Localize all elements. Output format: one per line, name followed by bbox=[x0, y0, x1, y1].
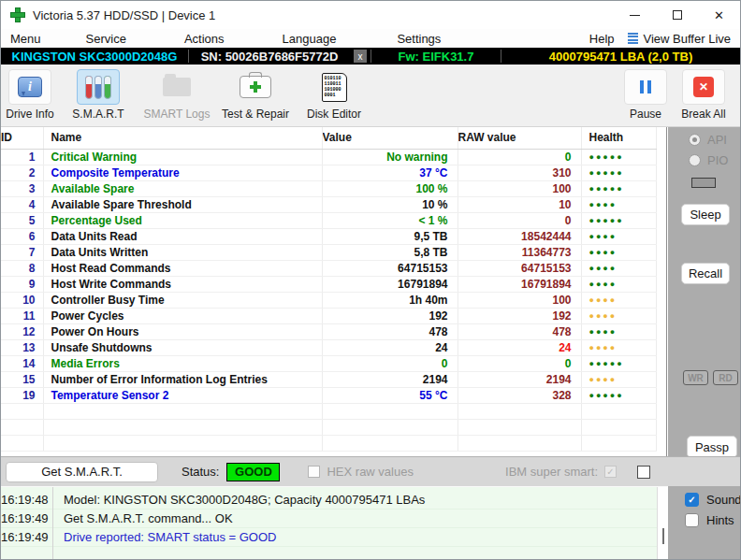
break-all-button[interactable]: ✕ Break All bbox=[675, 69, 733, 121]
recall-button[interactable]: Recall bbox=[681, 263, 730, 284]
bottom-area: 16:19:48Model: KINGSTON SKC3000D2048G; C… bbox=[1, 486, 740, 560]
log-rows: 16:19:48Model: KINGSTON SKC3000D2048G; C… bbox=[1, 487, 667, 547]
header-name[interactable]: Name bbox=[43, 127, 322, 149]
device-capacity: 4000795471 LBA (2,0 TB) bbox=[501, 50, 740, 64]
table-row[interactable]: 7Data Units Written5,8 TB11364773●●●● bbox=[1, 244, 656, 260]
serial-close-button[interactable]: x bbox=[354, 50, 367, 63]
log-divider bbox=[52, 487, 53, 560]
menu-item-actions[interactable]: Actions bbox=[175, 32, 234, 46]
table-row[interactable]: 19Temperature Sensor 255 °C328●●●●● bbox=[1, 387, 656, 403]
smart-table-panel: ID Name Value RAW value Health 1Critical… bbox=[1, 127, 667, 456]
api-radio-icon bbox=[689, 134, 701, 146]
log-scrollbar[interactable] bbox=[657, 487, 667, 560]
table-row[interactable]: 14Media Errors00●●●●● bbox=[1, 355, 656, 371]
rd-button: RD bbox=[713, 370, 738, 385]
hex-raw-label: HEX raw values bbox=[327, 465, 413, 479]
passp-button[interactable]: Passp bbox=[687, 436, 737, 458]
test-repair-button[interactable]: Test & Repair bbox=[216, 69, 295, 121]
menu-item-help[interactable]: Help bbox=[580, 32, 624, 46]
pio-radio-label: PIO bbox=[707, 153, 728, 167]
smart-label: S.M.A.R.T bbox=[72, 108, 124, 121]
log-timestamp: 16:19:49 bbox=[1, 530, 52, 544]
main-area: ID Name Value RAW value Health 1Critical… bbox=[1, 127, 740, 456]
log-message: Get S.M.A.R.T. command... OK bbox=[52, 511, 233, 525]
window-controls: ✕ bbox=[614, 1, 740, 29]
device-info-bar: KINGSTON SKC3000D2048G SN: 50026B7686F57… bbox=[1, 48, 740, 65]
api-radio-label: API bbox=[707, 133, 727, 147]
table-row[interactable]: 10Controller Busy Time1h 40m100●●●● bbox=[1, 292, 656, 308]
log-entry: 16:19:48Model: KINGSTON SKC3000D2048G; C… bbox=[1, 491, 667, 510]
log-timestamp: 16:19:48 bbox=[1, 493, 52, 507]
minimize-icon bbox=[630, 15, 640, 16]
smart-logs-label: SMART Logs bbox=[144, 108, 211, 121]
hints-label: Hints bbox=[706, 513, 734, 527]
view-buffer-live-button[interactable]: View Buffer Live bbox=[624, 31, 734, 46]
log-entry: 16:19:49Drive reported: SMART status = G… bbox=[1, 528, 667, 547]
table-row[interactable]: 15Number of Error Information Log Entrie… bbox=[1, 371, 656, 387]
menu-item-menu[interactable]: Menu bbox=[1, 32, 51, 46]
menu-item-settings[interactable]: Settings bbox=[387, 32, 450, 46]
smart-table-body: 1Critical WarningNo warning0●●●●●2Compos… bbox=[1, 149, 656, 451]
table-row[interactable]: 11Power Cycles192192●●●● bbox=[1, 308, 656, 323]
ibm-super-smart-label: IBM super smart: bbox=[505, 465, 598, 479]
pause-icon bbox=[640, 80, 651, 93]
api-radio: API bbox=[689, 133, 727, 147]
sound-label: Sound bbox=[706, 493, 741, 507]
header-health[interactable]: Health bbox=[581, 127, 656, 149]
view-buffer-live-label: View Buffer Live bbox=[644, 32, 731, 46]
device-model[interactable]: KINGSTON SKC3000D2048G bbox=[1, 50, 188, 64]
break-all-label: Break All bbox=[681, 108, 725, 121]
first-aid-icon bbox=[240, 76, 271, 98]
table-row[interactable]: 8Host Read Commands6471515364715153●●●● bbox=[1, 260, 656, 276]
buffer-list-icon bbox=[628, 31, 638, 46]
hex-raw-checkbox[interactable] bbox=[308, 466, 320, 478]
header-value[interactable]: Value bbox=[322, 127, 458, 149]
table-header-row: ID Name Value RAW value Health bbox=[1, 127, 656, 149]
table-row[interactable]: 5Percentage Used< 1 %0●●●●● bbox=[1, 212, 656, 228]
pause-button[interactable]: Pause bbox=[617, 69, 675, 121]
sound-option: ✓ Sound bbox=[685, 493, 741, 507]
table-row[interactable]: 2Composite Temperature37 °C310●●●●● bbox=[1, 165, 656, 180]
log-timestamp: 16:19:49 bbox=[1, 511, 52, 525]
table-row-empty[interactable] bbox=[1, 403, 656, 419]
minimize-button[interactable] bbox=[614, 1, 656, 29]
pio-radio-icon bbox=[689, 154, 701, 166]
window-title: Victoria 5.37 HDD/SSD | Device 1 bbox=[33, 8, 215, 22]
header-id[interactable]: ID bbox=[1, 127, 43, 149]
maximize-button[interactable] bbox=[656, 1, 698, 29]
smart-table: ID Name Value RAW value Health 1Critical… bbox=[1, 127, 657, 452]
drive-info-button[interactable]: i Drive Info bbox=[1, 69, 59, 121]
table-row[interactable]: 6Data Units Read9,5 TB18542444●●●● bbox=[1, 228, 656, 244]
log-entry: 16:19:49Get S.M.A.R.T. command... OK bbox=[1, 510, 667, 528]
menu-item-service[interactable]: Service bbox=[77, 32, 136, 46]
table-row-empty[interactable] bbox=[1, 419, 656, 435]
smart-logs-button: SMART Logs bbox=[138, 69, 216, 121]
hints-checkbox[interactable] bbox=[685, 513, 699, 527]
menu-bar: Menu Service Actions Language Settings H… bbox=[1, 29, 740, 48]
get-smart-button[interactable]: Get S.M.A.R.T. bbox=[6, 462, 158, 482]
log-scrollbar-thumb[interactable] bbox=[662, 528, 664, 544]
sound-checkbox[interactable]: ✓ bbox=[685, 493, 699, 507]
test-repair-label: Test & Repair bbox=[222, 108, 289, 121]
control-bar: Get S.M.A.R.T. Status: GOOD HEX raw valu… bbox=[1, 456, 740, 486]
table-row[interactable]: 3Available Spare100 %100●●●●● bbox=[1, 180, 656, 196]
table-row[interactable]: 4Available Spare Threshold10 %10●●●● bbox=[1, 196, 656, 212]
hints-option: Hints bbox=[685, 513, 734, 527]
table-row[interactable]: 9Host Write Commands1679189416791894●●●● bbox=[1, 276, 656, 292]
pio-radio: PIO bbox=[689, 153, 728, 167]
menu-item-language[interactable]: Language bbox=[273, 32, 346, 46]
extra-checkbox[interactable] bbox=[637, 466, 650, 479]
table-row-empty[interactable] bbox=[1, 435, 656, 451]
sleep-button[interactable]: Sleep bbox=[681, 204, 730, 225]
table-row[interactable]: 12Power On Hours478478●●●● bbox=[1, 323, 656, 339]
smart-button[interactable]: S.M.A.R.T bbox=[59, 69, 138, 121]
binary-page-icon: 010110 110011 101000 0001 bbox=[322, 73, 347, 102]
color-swatch bbox=[691, 178, 716, 188]
header-raw[interactable]: RAW value bbox=[458, 127, 581, 149]
status-label: Status: bbox=[182, 465, 219, 479]
close-button[interactable]: ✕ bbox=[698, 1, 740, 29]
disk-editor-button[interactable]: 010110 110011 101000 0001 Disk Editor bbox=[295, 69, 373, 121]
table-row[interactable]: 1Critical WarningNo warning0●●●●● bbox=[1, 149, 656, 165]
ibm-super-smart-option: IBM super smart: ✓ bbox=[505, 465, 617, 479]
table-row[interactable]: 13Unsafe Shutdowns2424●●●● bbox=[1, 339, 656, 355]
